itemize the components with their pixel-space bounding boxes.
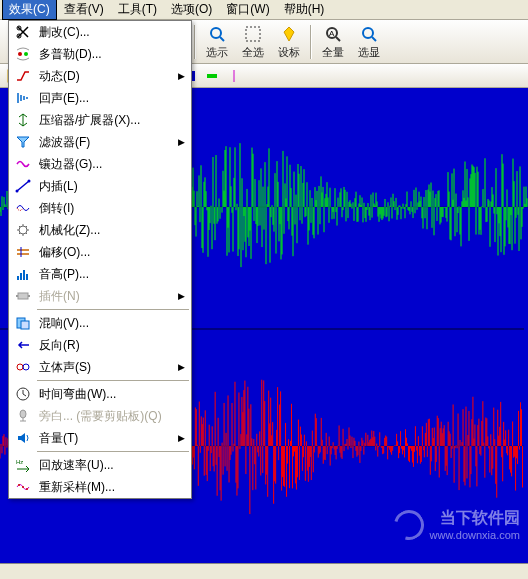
menu-item-label: 滤波器(F) (39, 134, 90, 151)
voice-icon (13, 407, 33, 425)
time-ruler[interactable] (0, 563, 528, 579)
filter-icon (13, 133, 33, 151)
watermark-logo-icon (388, 504, 429, 545)
svg-rect-39 (21, 321, 29, 329)
invert-icon (13, 199, 33, 217)
mech-icon (13, 221, 33, 239)
tool-small-11[interactable] (224, 66, 244, 86)
menu-item-doppler[interactable]: 多普勒(D)... (9, 43, 191, 65)
menu-item-mech[interactable]: 机械化(Z)... (9, 219, 191, 241)
toolbar-separator (194, 25, 196, 59)
svg-point-45 (18, 484, 20, 486)
submenu-arrow-icon: ▶ (178, 71, 185, 81)
doppler-icon (13, 45, 33, 63)
svg-point-41 (23, 364, 29, 370)
toolbar-separator (310, 25, 312, 59)
submenu-arrow-icon: ▶ (178, 362, 185, 372)
menu-item-offset[interactable]: 偏移(O)... (9, 241, 191, 263)
menu-item-invert[interactable]: 倒转(I) (9, 197, 191, 219)
menu-item-label: 镶边器(G)... (39, 156, 102, 173)
svg-rect-31 (17, 276, 19, 280)
menu-item-label: 动态(D) (39, 68, 80, 85)
menu-item-label: 插件(N) (39, 288, 80, 305)
pitch-icon (13, 265, 33, 283)
svg-point-46 (22, 486, 24, 488)
menu-item-label: 机械化(Z)... (39, 222, 100, 239)
plugin-icon (13, 287, 33, 305)
resample-icon (13, 478, 33, 496)
menu-item-dynamics[interactable]: 动态(D)▶ (9, 65, 191, 87)
menu-item-cut[interactable]: 删改(C)... (9, 21, 191, 43)
watermark-url: www.downxia.com (430, 529, 520, 541)
menu-item-label: 回声(E)... (39, 90, 89, 107)
svg-point-26 (18, 52, 22, 56)
menu-item-label: 重新采样(M)... (39, 479, 115, 496)
tool-small-10[interactable] (202, 66, 222, 86)
svg-rect-33 (23, 270, 25, 280)
expand-icon (13, 111, 33, 129)
menu-window[interactable]: 窗口(W) (219, 0, 276, 20)
cut-icon (13, 23, 33, 41)
svg-point-12 (363, 28, 373, 38)
menu-item-reverse[interactable]: 反向(R) (9, 334, 191, 356)
svg-line-10 (336, 37, 340, 41)
svg-point-47 (26, 488, 28, 490)
reverse-icon (13, 336, 33, 354)
menu-item-expand[interactable]: 压缩器/扩展器(X)... (9, 109, 191, 131)
svg-rect-36 (16, 295, 18, 297)
interp-icon (13, 177, 33, 195)
menu-item-volume[interactable]: 音量(T)▶ (9, 427, 191, 449)
menu-item-interp[interactable]: 内插(L) (9, 175, 191, 197)
menu-item-rate[interactable]: Hz回放速率(U)... (9, 454, 191, 476)
menu-help[interactable]: 帮助(H) (277, 0, 332, 20)
svg-rect-37 (28, 295, 30, 297)
marker-icon (279, 24, 299, 44)
menu-item-timewarp[interactable]: 时间弯曲(W)... (9, 383, 191, 405)
menu-item-label: 音高(P)... (39, 266, 89, 283)
menu-item-pitch[interactable]: 音高(P)... (9, 263, 191, 285)
menu-item-stereo[interactable]: 立体声(S)▶ (9, 356, 191, 378)
svg-rect-19 (207, 74, 217, 78)
rate-icon: Hz (13, 456, 33, 474)
svg-point-30 (19, 226, 27, 234)
submenu-arrow-icon: ▶ (178, 291, 185, 301)
svg-text:A: A (329, 29, 335, 38)
menu-item-label: 回放速率(U)... (39, 457, 114, 474)
menu-item-label: 反向(R) (39, 337, 80, 354)
menu-separator (37, 451, 189, 452)
svg-text:Hz: Hz (16, 459, 23, 465)
menu-item-label: 多普勒(D)... (39, 46, 102, 63)
menu-options[interactable]: 选项(O) (164, 0, 219, 20)
svg-point-27 (24, 52, 28, 56)
menu-item-label: 混响(V)... (39, 315, 89, 332)
menu-item-reverb[interactable]: 混响(V)... (9, 312, 191, 334)
echo-icon (13, 89, 33, 107)
svg-line-13 (372, 37, 376, 41)
watermark: 当下软件园 www.downxia.com (394, 508, 520, 541)
toolbar-zoom-full[interactable]: A全量 (316, 23, 350, 61)
toolbar-zoom-selection[interactable]: 选示 (200, 23, 234, 61)
menu-item-label: 时间弯曲(W)... (39, 386, 116, 403)
menu-item-echo[interactable]: 回声(E)... (9, 87, 191, 109)
toolbar-select-all[interactable]: 全选 (236, 23, 270, 61)
toolbar-set-marker[interactable]: 设标 (272, 23, 306, 61)
menu-item-label: 旁白... (需要剪贴板)(Q) (39, 408, 162, 425)
menu-item-filter[interactable]: 滤波器(F)▶ (9, 131, 191, 153)
menubar: 效果(C) 查看(V) 工具(T) 选项(O) 窗口(W) 帮助(H) (0, 0, 528, 20)
menu-item-resample[interactable]: 重新采样(M)... (9, 476, 191, 498)
menu-separator (37, 309, 189, 310)
submenu-arrow-icon: ▶ (178, 433, 185, 443)
menu-item-plugin: 插件(N)▶ (9, 285, 191, 307)
toolbar-zoom-show[interactable]: 选显 (352, 23, 386, 61)
menu-item-label: 倒转(I) (39, 200, 74, 217)
submenu-arrow-icon: ▶ (178, 137, 185, 147)
menu-tools[interactable]: 工具(T) (111, 0, 164, 20)
svg-point-28 (16, 190, 19, 193)
menu-item-flange[interactable]: 镶边器(G)... (9, 153, 191, 175)
reverb-icon (13, 314, 33, 332)
svg-rect-8 (246, 27, 260, 41)
menu-separator (37, 380, 189, 381)
menu-view[interactable]: 查看(V) (57, 0, 111, 20)
menu-effects[interactable]: 效果(C) (2, 0, 57, 20)
flange-icon (13, 155, 33, 173)
